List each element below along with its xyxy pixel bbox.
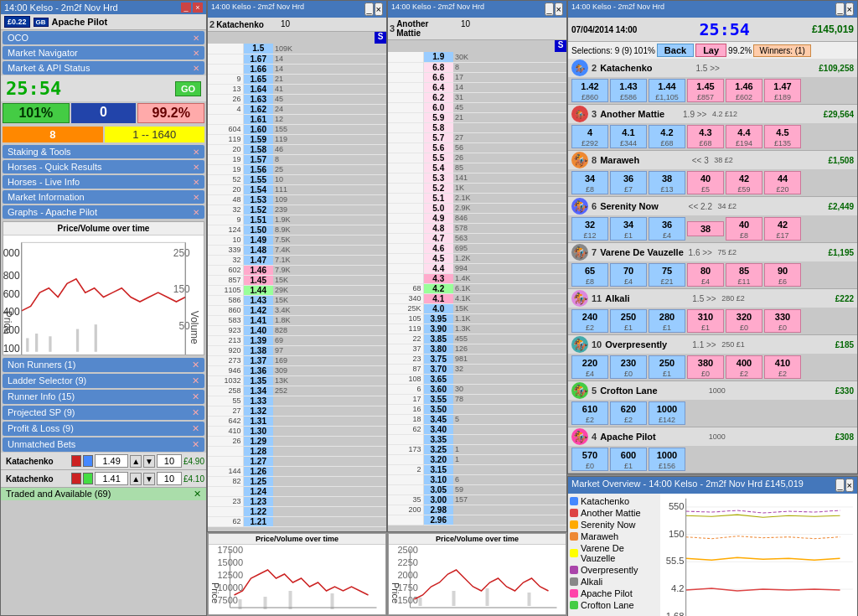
ladder2-price[interactable]: 4.2 bbox=[423, 283, 453, 293]
ladder1-price[interactable]: 1.43 bbox=[243, 295, 273, 305]
bet-price-input-2[interactable] bbox=[95, 472, 128, 485]
ladder2-price[interactable]: 3.70 bbox=[423, 364, 453, 374]
ladder2-price[interactable]: 6.4 bbox=[423, 82, 453, 92]
bet-spin-up-2[interactable]: ▲ bbox=[130, 473, 142, 485]
ladder2-row[interactable]: 5.2 1K bbox=[388, 183, 566, 193]
menu-graphs-close[interactable]: ✕ bbox=[193, 208, 199, 217]
ladder2-row[interactable]: 340 4.1 4.1K bbox=[388, 293, 566, 303]
another-mattie-back-1[interactable]: 4 £292 bbox=[571, 125, 608, 148]
ladder1-scroll[interactable]: 1.5 109K 1.67 14 1.66 14 9 1.65 21 13 1.… bbox=[208, 44, 386, 531]
ladder1-price[interactable]: 1.25 bbox=[243, 476, 273, 486]
ladder2-price[interactable]: 5.6 bbox=[423, 142, 453, 153]
ladder1-row[interactable]: 23 1.23 bbox=[208, 496, 386, 506]
ladder2-price[interactable]: 6.8 bbox=[423, 62, 453, 72]
ladder1-price[interactable]: 1.63 bbox=[243, 94, 273, 104]
ladder1-row[interactable]: 602 1.46 7.9K bbox=[208, 265, 386, 275]
bet-spin-up-1[interactable]: ▲ bbox=[130, 455, 142, 468]
serenity-lay-2[interactable]: 40 £8 bbox=[726, 217, 762, 241]
ladder1-row[interactable]: 923 1.40 828 bbox=[208, 325, 386, 335]
alkali-lay-1[interactable]: 310 £1 bbox=[687, 309, 724, 333]
ladder1-price[interactable]: 1.37 bbox=[243, 355, 273, 365]
ladder1-price[interactable]: 1.42 bbox=[243, 305, 273, 315]
ladder2-price[interactable]: 4.9 bbox=[423, 213, 453, 223]
menu-quick-results[interactable]: Horses - Quick Results ✕ bbox=[3, 160, 204, 173]
ladder2-row[interactable]: 5.4 85 bbox=[388, 163, 566, 173]
ladder2-row[interactable]: 6.8 8 bbox=[388, 62, 566, 72]
ladder1-price[interactable]: 1.56 bbox=[243, 164, 273, 174]
ladder2-price[interactable]: 4.8 bbox=[423, 223, 453, 233]
another-mattie-lay-2[interactable]: 4.4 £194 bbox=[726, 125, 762, 148]
menu-market-nav-close[interactable]: ✕ bbox=[193, 49, 199, 58]
varene-back-1[interactable]: 65 £8 bbox=[571, 263, 608, 287]
ladder1-price[interactable]: 1.38 bbox=[243, 345, 273, 355]
ladder2-price[interactable]: 5.3 bbox=[423, 173, 453, 183]
ladder2-price[interactable]: 3.50 bbox=[423, 404, 453, 414]
ladder1-row[interactable]: 1.24 bbox=[208, 486, 386, 496]
ladder1-price[interactable]: 1.61 bbox=[243, 114, 273, 124]
menu-unmatched-bets-close[interactable]: ✕ bbox=[192, 439, 199, 450]
ladder1-price[interactable]: 1.65 bbox=[243, 74, 273, 84]
ladder1-row[interactable]: 1105 1.44 29K bbox=[208, 285, 386, 295]
menu-market-api[interactable]: Market & API Status ✕ bbox=[3, 61, 204, 75]
ladder1-row[interactable]: 920 1.38 97 bbox=[208, 345, 386, 355]
ladder1-price[interactable]: 1.47 bbox=[243, 255, 273, 265]
katachenko-back-2[interactable]: 1.43 £586 bbox=[610, 79, 647, 102]
apache-back-3[interactable]: 1000 £156 bbox=[649, 448, 685, 471]
varene-lay-1[interactable]: 80 £4 bbox=[687, 263, 724, 287]
ladder2-row[interactable]: 5.6 56 bbox=[388, 142, 566, 153]
ladder2-price[interactable]: 4.4 bbox=[423, 263, 453, 273]
katachenko-lay-2[interactable]: 1.46 £602 bbox=[726, 79, 762, 102]
menu-staking-close[interactable]: ✕ bbox=[193, 148, 199, 157]
ladder2-row[interactable]: 119 3.90 1.3K bbox=[388, 324, 566, 334]
ladder1-price[interactable]: 1.64 bbox=[243, 84, 273, 94]
ladder1-row[interactable]: 119 1.59 119 bbox=[208, 134, 386, 144]
ladder2-price[interactable]: 3.75 bbox=[423, 354, 453, 364]
ladder2-row[interactable]: 25K 4.0 15K bbox=[388, 303, 566, 313]
ladder1-price[interactable]: 1.50 bbox=[243, 225, 273, 235]
ladder1-row[interactable]: 19 1.56 25 bbox=[208, 164, 386, 174]
ladder2-price[interactable]: 3.80 bbox=[423, 344, 453, 354]
alkali-lay-2[interactable]: 320 £0 bbox=[726, 309, 762, 333]
alkali-back-2[interactable]: 250 £1 bbox=[610, 309, 647, 333]
ladder2-row[interactable]: 108 3.65 bbox=[388, 374, 566, 384]
ladder1-price[interactable]: 1.53 bbox=[243, 194, 273, 204]
menu-non-runners-close[interactable]: ✕ bbox=[192, 360, 199, 370]
winners-button[interactable]: Winners: (1) bbox=[753, 44, 810, 57]
serenity-lay-3[interactable]: 42 £17 bbox=[764, 217, 801, 241]
ladder2-price[interactable]: 3.55 bbox=[423, 394, 453, 404]
another-mattie-back-3[interactable]: 4.2 £68 bbox=[649, 125, 685, 148]
ladder2-row[interactable]: 3.05 59 bbox=[388, 484, 566, 494]
ladder2-price[interactable]: 3.90 bbox=[423, 324, 453, 334]
serenity-back-3[interactable]: 36 £4 bbox=[649, 217, 685, 241]
ladder2-row[interactable]: 4.3 1.4K bbox=[388, 273, 566, 283]
bet-stake-input-2[interactable] bbox=[157, 472, 182, 485]
ladder2-price[interactable]: 4.7 bbox=[423, 233, 453, 243]
ladder1-price[interactable]: 1.40 bbox=[243, 325, 273, 335]
ladder1-price[interactable]: 1.60 bbox=[243, 124, 273, 134]
maraweh-back-2[interactable]: 36 £7 bbox=[610, 171, 647, 194]
ladder1-price[interactable]: 1.41 bbox=[243, 315, 273, 325]
ladder1-row[interactable]: 586 1.43 15K bbox=[208, 295, 386, 305]
menu-market-nav[interactable]: Market Navigator ✕ bbox=[3, 46, 204, 60]
ladder2-row[interactable]: 6.6 17 bbox=[388, 72, 566, 82]
ladder2-row[interactable]: 4.4 994 bbox=[388, 263, 566, 273]
ladder1-row[interactable]: 32 1.52 239 bbox=[208, 204, 386, 215]
menu-ladder-selector-close[interactable]: ✕ bbox=[192, 375, 199, 386]
ladder2-row[interactable]: 3.10 6 bbox=[388, 474, 566, 484]
menu-projected-sp-close[interactable]: ✕ bbox=[192, 407, 199, 418]
left-close-btn[interactable]: × bbox=[193, 3, 203, 13]
ladder2-row[interactable]: 3.35 bbox=[388, 434, 566, 444]
ladder2-row[interactable]: 23 3.75 981 bbox=[388, 354, 566, 364]
ladder2-price[interactable]: 4.3 bbox=[423, 273, 453, 283]
ladder2-price[interactable]: 3.20 bbox=[423, 454, 453, 464]
ladder1-price[interactable]: 1.24 bbox=[243, 486, 273, 496]
menu-live-info[interactable]: Horses - Live Info ✕ bbox=[3, 175, 204, 189]
ladder1-price[interactable]: 1.22 bbox=[243, 506, 273, 516]
crofton-back-1[interactable]: 610 £2 bbox=[571, 401, 608, 425]
ladder1-row[interactable]: 82 1.25 bbox=[208, 476, 386, 486]
traded-row[interactable]: Traded and Available (69) ✕ bbox=[1, 488, 206, 500]
ladder1-row[interactable]: 48 1.53 109 bbox=[208, 194, 386, 204]
ladder1-row[interactable]: 339 1.48 7.4K bbox=[208, 245, 386, 255]
ladder2-price[interactable]: 2.98 bbox=[423, 505, 453, 515]
serenity-back-1[interactable]: 32 £12 bbox=[571, 217, 608, 241]
